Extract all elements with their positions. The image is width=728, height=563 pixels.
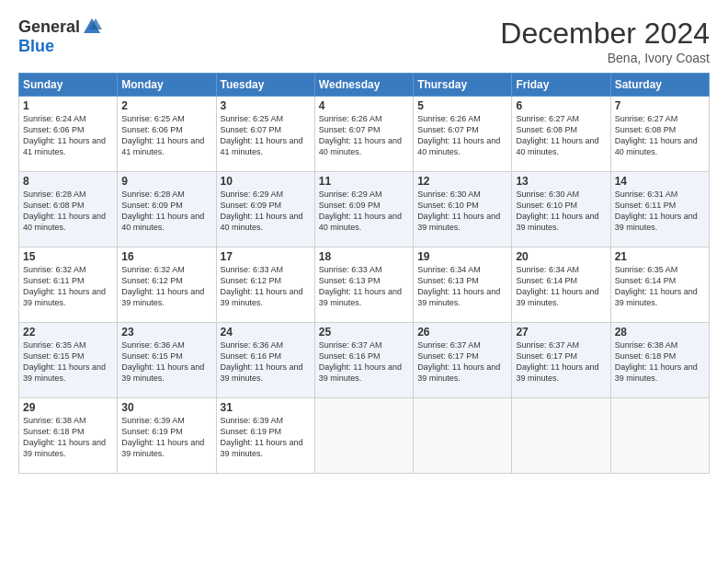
calendar-cell: 5Sunrise: 6:26 AMSunset: 6:07 PMDaylight… [414,97,512,172]
calendar-week-5: 29Sunrise: 6:38 AMSunset: 6:18 PMDayligh… [19,398,710,474]
day-info: Sunrise: 6:24 AMSunset: 6:06 PMDaylight:… [23,113,113,158]
day-number: 10 [221,175,311,188]
day-info: Sunrise: 6:31 AMSunset: 6:11 PMDaylight:… [615,189,705,234]
title-area: December 2024 Bena, Ivory Coast [500,17,710,65]
day-header-saturday: Saturday [610,74,709,97]
day-info: Sunrise: 6:35 AMSunset: 6:15 PMDaylight:… [23,339,113,385]
day-info: Sunrise: 6:25 AMSunset: 6:06 PMDaylight:… [121,113,211,158]
day-number: 5 [417,99,507,112]
logo-icon [82,17,102,37]
day-number: 28 [615,326,705,339]
calendar-week-3: 15Sunrise: 6:32 AMSunset: 6:11 PMDayligh… [19,247,710,323]
day-header-monday: Monday [118,74,216,97]
calendar-cell: 22Sunrise: 6:35 AMSunset: 6:15 PMDayligh… [19,323,118,398]
day-number: 14 [615,175,705,188]
day-number: 23 [121,326,211,339]
day-number: 18 [319,250,409,263]
calendar-cell: 15Sunrise: 6:32 AMSunset: 6:11 PMDayligh… [19,247,118,323]
day-number: 21 [615,250,705,263]
day-number: 20 [516,250,606,263]
day-number: 2 [121,99,211,112]
calendar-cell: 24Sunrise: 6:36 AMSunset: 6:16 PMDayligh… [216,323,314,398]
calendar-table: SundayMondayTuesdayWednesdayThursdayFrid… [18,73,710,474]
day-number: 12 [417,175,507,188]
day-info: Sunrise: 6:35 AMSunset: 6:14 PMDaylight:… [615,264,705,309]
day-number: 13 [516,175,606,188]
header: General Blue December 2024 Bena, Ivory C… [18,17,710,65]
day-number: 15 [23,250,113,263]
day-number: 7 [615,99,705,112]
day-info: Sunrise: 6:32 AMSunset: 6:12 PMDaylight:… [121,264,211,309]
logo: General Blue [18,17,102,56]
calendar-cell: 19Sunrise: 6:34 AMSunset: 6:13 PMDayligh… [414,247,512,323]
day-number: 6 [516,99,606,112]
calendar-cell: 12Sunrise: 6:30 AMSunset: 6:10 PMDayligh… [414,172,512,247]
calendar-cell: 6Sunrise: 6:27 AMSunset: 6:08 PMDaylight… [512,97,610,172]
day-info: Sunrise: 6:39 AMSunset: 6:19 PMDaylight:… [221,415,311,460]
day-info: Sunrise: 6:34 AMSunset: 6:13 PMDaylight:… [417,264,507,309]
day-number: 16 [121,250,211,263]
calendar-cell: 27Sunrise: 6:37 AMSunset: 6:17 PMDayligh… [512,323,610,398]
day-info: Sunrise: 6:33 AMSunset: 6:12 PMDaylight:… [221,264,311,309]
day-info: Sunrise: 6:28 AMSunset: 6:09 PMDaylight:… [121,189,211,234]
calendar-cell: 25Sunrise: 6:37 AMSunset: 6:16 PMDayligh… [314,323,413,398]
day-info: Sunrise: 6:26 AMSunset: 6:07 PMDaylight:… [417,113,507,158]
day-number: 8 [23,175,113,188]
calendar-cell: 4Sunrise: 6:26 AMSunset: 6:07 PMDaylight… [314,97,413,172]
calendar-cell: 18Sunrise: 6:33 AMSunset: 6:13 PMDayligh… [314,247,413,323]
day-number: 29 [23,401,113,414]
day-header-tuesday: Tuesday [216,74,314,97]
day-header-thursday: Thursday [414,74,512,97]
day-number: 22 [23,326,113,339]
day-info: Sunrise: 6:28 AMSunset: 6:08 PMDaylight:… [23,189,113,234]
day-info: Sunrise: 6:37 AMSunset: 6:17 PMDaylight:… [417,339,507,385]
calendar-cell: 21Sunrise: 6:35 AMSunset: 6:14 PMDayligh… [610,247,709,323]
calendar-cell: 1Sunrise: 6:24 AMSunset: 6:06 PMDaylight… [19,97,118,172]
calendar-cell [314,398,413,474]
day-number: 30 [121,401,211,414]
calendar-cell: 16Sunrise: 6:32 AMSunset: 6:12 PMDayligh… [118,247,216,323]
day-number: 3 [221,99,311,112]
day-info: Sunrise: 6:30 AMSunset: 6:10 PMDaylight:… [516,189,606,234]
day-number: 17 [221,250,311,263]
calendar-cell [414,398,512,474]
day-number: 9 [121,175,211,188]
calendar-week-4: 22Sunrise: 6:35 AMSunset: 6:15 PMDayligh… [19,323,710,398]
day-number: 11 [319,175,409,188]
calendar-cell: 26Sunrise: 6:37 AMSunset: 6:17 PMDayligh… [414,323,512,398]
day-header-sunday: Sunday [19,74,118,97]
day-info: Sunrise: 6:30 AMSunset: 6:10 PMDaylight:… [417,189,507,234]
calendar-cell: 8Sunrise: 6:28 AMSunset: 6:08 PMDaylight… [19,172,118,247]
calendar-cell: 9Sunrise: 6:28 AMSunset: 6:09 PMDaylight… [118,172,216,247]
calendar-cell: 31Sunrise: 6:39 AMSunset: 6:19 PMDayligh… [216,398,314,474]
day-info: Sunrise: 6:29 AMSunset: 6:09 PMDaylight:… [319,189,409,234]
calendar-cell: 13Sunrise: 6:30 AMSunset: 6:10 PMDayligh… [512,172,610,247]
day-number: 25 [319,326,409,339]
day-header-friday: Friday [512,74,610,97]
day-info: Sunrise: 6:36 AMSunset: 6:16 PMDaylight:… [221,339,311,385]
day-info: Sunrise: 6:27 AMSunset: 6:08 PMDaylight:… [516,113,606,158]
day-info: Sunrise: 6:26 AMSunset: 6:07 PMDaylight:… [319,113,409,158]
day-info: Sunrise: 6:39 AMSunset: 6:19 PMDaylight:… [121,415,211,460]
day-info: Sunrise: 6:38 AMSunset: 6:18 PMDaylight:… [23,415,113,460]
calendar-cell: 30Sunrise: 6:39 AMSunset: 6:19 PMDayligh… [118,398,216,474]
day-info: Sunrise: 6:25 AMSunset: 6:07 PMDaylight:… [221,113,311,158]
day-info: Sunrise: 6:27 AMSunset: 6:08 PMDaylight:… [615,113,705,158]
calendar-cell: 3Sunrise: 6:25 AMSunset: 6:07 PMDaylight… [216,97,314,172]
day-info: Sunrise: 6:37 AMSunset: 6:16 PMDaylight:… [319,339,409,385]
day-number: 1 [23,99,113,112]
calendar-cell: 14Sunrise: 6:31 AMSunset: 6:11 PMDayligh… [610,172,709,247]
day-number: 19 [417,250,507,263]
calendar-week-1: 1Sunrise: 6:24 AMSunset: 6:06 PMDaylight… [19,97,710,172]
calendar-cell: 10Sunrise: 6:29 AMSunset: 6:09 PMDayligh… [216,172,314,247]
day-info: Sunrise: 6:36 AMSunset: 6:15 PMDaylight:… [121,339,211,385]
location-subtitle: Bena, Ivory Coast [500,51,710,65]
calendar-cell: 23Sunrise: 6:36 AMSunset: 6:15 PMDayligh… [118,323,216,398]
day-number: 4 [319,99,409,112]
calendar-cell: 17Sunrise: 6:33 AMSunset: 6:12 PMDayligh… [216,247,314,323]
page: General Blue December 2024 Bena, Ivory C… [0,0,728,563]
day-number: 26 [417,326,507,339]
day-info: Sunrise: 6:29 AMSunset: 6:09 PMDaylight:… [221,189,311,234]
day-number: 24 [221,326,311,339]
calendar-cell [610,398,709,474]
